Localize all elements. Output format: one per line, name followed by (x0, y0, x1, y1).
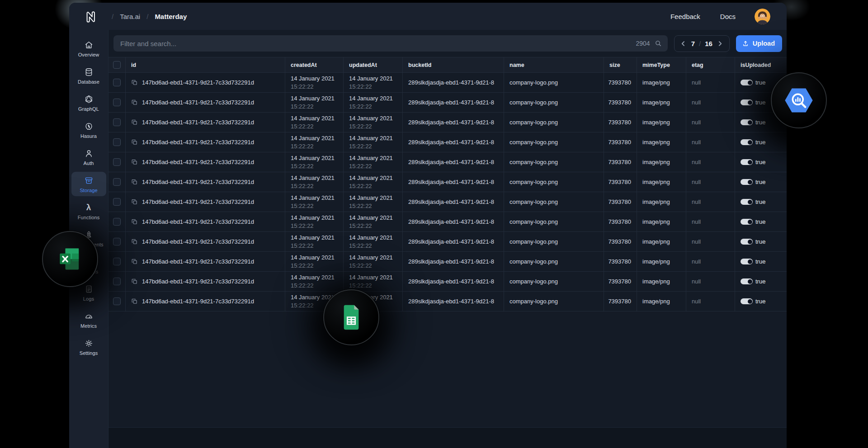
row-checkbox[interactable] (113, 99, 121, 106)
sidebar-item-auth[interactable]: Auth (71, 145, 106, 169)
sidebar-item-overview[interactable]: Overview (71, 36, 106, 61)
copy-icon[interactable] (131, 298, 138, 305)
is-uploaded-toggle[interactable] (741, 219, 753, 225)
is-uploaded-toggle[interactable] (741, 259, 753, 264)
column-header-updatedAt[interactable]: updatedAt (344, 57, 403, 72)
is-uploaded-toggle[interactable] (741, 139, 753, 145)
row-checkbox[interactable] (113, 118, 121, 126)
cell-isUploaded: true (735, 132, 787, 152)
is-uploaded-toggle[interactable] (741, 159, 753, 165)
cell-updatedAt: 14 January 202115:22:22 (344, 172, 403, 192)
cell-id: 147bd6ad-ebd1-4371-9d21-7c33d732291d (126, 132, 285, 152)
is-uploaded-toggle[interactable] (741, 179, 753, 185)
cell-etag: null (686, 172, 735, 192)
is-uploaded-toggle[interactable] (741, 239, 753, 245)
breadcrumb-project[interactable]: Tara.ai (120, 13, 140, 20)
column-header-id[interactable]: id (126, 57, 285, 72)
logs-icon (84, 284, 94, 294)
row-checkbox[interactable] (113, 258, 121, 265)
cell-name: company-logo.png (504, 152, 604, 172)
storage-icon (84, 175, 94, 185)
column-header-name[interactable]: name (504, 57, 604, 72)
page-separator: / (699, 40, 701, 47)
copy-icon[interactable] (131, 198, 138, 205)
column-header-bucketId[interactable]: bucketId (403, 57, 504, 72)
cell-createdAt: 14 January 202115:22:22 (285, 152, 344, 172)
cell-id: 147bd6ad-ebd1-4371-9d21-7c33d732291d (126, 292, 285, 311)
sidebar-item-settings[interactable]: Settings (71, 335, 106, 359)
sidebar-item-functions[interactable]: λFunctions (71, 199, 106, 223)
column-header-createdAt[interactable]: createdAt (285, 57, 344, 72)
cell-name: company-logo.png (504, 272, 604, 291)
total-pages: 16 (705, 40, 712, 47)
cell-createdAt: 14 January 202115:22:22 (285, 272, 344, 291)
docs-link[interactable]: Docs (720, 13, 736, 20)
copy-icon[interactable] (131, 258, 138, 265)
app-logo-icon[interactable] (83, 8, 100, 25)
is-uploaded-toggle[interactable] (741, 119, 753, 125)
is-uploaded-toggle[interactable] (741, 80, 753, 85)
column-header-etag[interactable]: etag (686, 57, 735, 72)
google-sheets-icon[interactable] (323, 289, 379, 345)
cell-bucketId: 289slkdjasdja-ebd1-4371-9d21-8 (403, 93, 504, 112)
sidebar-item-metrics[interactable]: Metrics (71, 307, 106, 332)
sidebar-item-storage[interactable]: Storage (71, 172, 106, 196)
cell-createdAt: 14 January 202115:22:22 (285, 132, 344, 152)
cell-bucketId: 289slkdjasdja-ebd1-4371-9d21-8 (403, 152, 504, 172)
cell-id: 147bd6ad-ebd1-4371-9d21-7c33d732291d (126, 172, 285, 192)
copy-icon[interactable] (131, 139, 138, 146)
cell-name: company-logo.png (504, 232, 604, 251)
table-body: 147bd6ad-ebd1-4371-9d21-7c33d732291d 14 … (108, 73, 787, 311)
copy-icon[interactable] (131, 159, 138, 165)
row-checkbox[interactable] (113, 198, 121, 206)
row-checkbox[interactable] (113, 178, 121, 186)
row-checkbox[interactable] (113, 138, 121, 146)
previous-page-button[interactable] (680, 40, 687, 47)
cell-isUploaded: true (735, 192, 787, 212)
user-icon (84, 148, 94, 158)
row-checkbox[interactable] (113, 218, 121, 226)
copy-icon[interactable] (131, 238, 138, 245)
copy-icon[interactable] (131, 218, 138, 225)
copy-icon[interactable] (131, 99, 138, 106)
sidebar-item-hasura[interactable]: Hasura (71, 118, 106, 142)
copy-icon[interactable] (131, 119, 138, 126)
row-checkbox[interactable] (113, 79, 121, 86)
row-checkbox[interactable] (113, 238, 121, 245)
microsoft-excel-icon[interactable] (42, 231, 98, 287)
table-row: 147bd6ad-ebd1-4371-9d21-7c33d732291d 14 … (108, 73, 787, 93)
column-header-mimeType[interactable]: mimeType (637, 57, 686, 72)
table-row: 147bd6ad-ebd1-4371-9d21-7c33d732291d 14 … (108, 232, 787, 252)
cell-etag: null (686, 232, 735, 251)
is-uploaded-toggle[interactable] (741, 298, 753, 304)
row-checkbox[interactable] (113, 297, 121, 305)
is-uploaded-toggle[interactable] (741, 199, 753, 205)
row-checkbox[interactable] (113, 278, 121, 285)
column-header-size[interactable]: size (604, 57, 637, 72)
row-checkbox[interactable] (113, 158, 121, 166)
copy-icon[interactable] (131, 79, 138, 86)
pagination: 7 / 16 (674, 35, 730, 52)
feedback-link[interactable]: Feedback (670, 13, 700, 20)
sidebar-item-database[interactable]: Database (71, 63, 106, 88)
sidebar-item-graphql[interactable]: GraphQL (71, 90, 106, 115)
next-page-button[interactable] (717, 40, 724, 47)
copy-icon[interactable] (131, 278, 138, 285)
is-uploaded-toggle[interactable] (741, 99, 753, 105)
footer-strip (108, 427, 787, 448)
breadcrumb-app[interactable]: Matterday (155, 13, 187, 20)
home-icon (84, 40, 94, 50)
user-avatar[interactable] (755, 9, 770, 24)
cell-updatedAt: 14 January 202115:22:22 (344, 152, 403, 172)
cell-updatedAt: 14 January 202115:22:22 (344, 192, 403, 212)
cell-size: 7393780 (604, 252, 637, 271)
cell-size: 7393780 (604, 192, 637, 212)
cell-bucketId: 289slkdjasdja-ebd1-4371-9d21-8 (403, 132, 504, 152)
search-input[interactable] (113, 35, 668, 52)
upload-button[interactable]: Upload (736, 35, 782, 52)
select-all-checkbox[interactable] (113, 61, 121, 69)
copy-icon[interactable] (131, 179, 138, 185)
column-header-isUploaded[interactable]: isUploaded (735, 57, 787, 72)
is-uploaded-toggle[interactable] (741, 278, 753, 284)
google-bigquery-icon[interactable] (771, 72, 827, 128)
